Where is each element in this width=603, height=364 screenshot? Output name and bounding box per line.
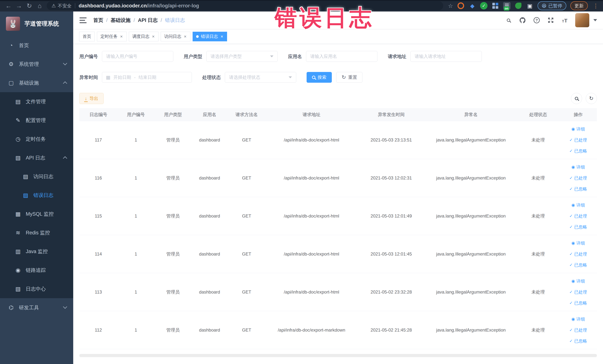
mark-processed-link[interactable]: ✓已处理 — [569, 289, 587, 295]
extension-shield-icon[interactable]: ◆ — [469, 2, 476, 10]
tab-error-log[interactable]: 错误日志 × — [193, 32, 227, 41]
sidebar-item-api-log[interactable]: ▧ API 日志 — [0, 148, 73, 167]
request-url-input[interactable] — [410, 51, 482, 62]
detail-link[interactable]: ◉详细 — [571, 126, 585, 132]
mark-ignored-link[interactable]: ✓已忽略 — [569, 262, 587, 268]
svg-text:T: T — [562, 19, 564, 23]
user-type-select[interactable]: 请选择用户类型 — [206, 51, 278, 62]
tab-close-icon[interactable]: × — [152, 34, 155, 39]
extension-grid-icon[interactable] — [492, 2, 499, 10]
extension-on-icon[interactable]: on — [503, 2, 510, 10]
mark-ignored-link[interactable]: ✓已忽略 — [569, 300, 587, 306]
mark-ignored-link[interactable]: ✓已忽略 — [569, 338, 587, 344]
extension-leaf-icon[interactable] — [515, 2, 522, 10]
sidebar-toggle-icon[interactable] — [79, 16, 87, 24]
page-content: 用户编号 用户类型 请选择用户类型 应用名 — [73, 44, 603, 364]
sidebar-item-home[interactable]: ◔ 首页 — [0, 36, 73, 55]
sidebar-item-access-log[interactable]: ▨ 访问日志 — [0, 167, 73, 186]
detail-link[interactable]: ◉详细 — [571, 316, 585, 322]
tab-access-log[interactable]: 访问日志 × — [161, 32, 190, 41]
font-size-icon[interactable]: TT — [561, 16, 568, 24]
header-actions: 操作 — [559, 112, 597, 117]
sidebar-item-infrastructure[interactable]: ▢ 基础设施 — [0, 73, 73, 92]
check-icon: ✓ — [569, 339, 573, 343]
refresh-table-button[interactable]: ↻ — [586, 93, 597, 104]
mark-processed-link[interactable]: ✓已处理 — [569, 327, 587, 333]
help-icon[interactable]: ? — [533, 16, 540, 24]
cell-actions: ◉详细 ✓已处理 ✓已忽略 — [559, 240, 597, 268]
sidebar-item-dev-tools[interactable]: ⌬ 研发工具 — [0, 298, 73, 317]
mark-ignored-link[interactable]: ✓已忽略 — [569, 224, 587, 230]
github-icon[interactable] — [519, 16, 526, 24]
search-button[interactable]: 搜索 — [307, 72, 332, 83]
extensions-puzzle-icon[interactable]: ▣ — [526, 2, 533, 10]
sidebar-item-java-monitor[interactable]: ▥ Java 监控 — [0, 242, 73, 261]
browser-back-icon[interactable]: ← — [3, 0, 14, 11]
detail-link[interactable]: ◉详细 — [571, 202, 585, 208]
app-logo-row[interactable]: 🐰 芋道管理系统 — [0, 12, 73, 36]
file-icon: ▤ — [14, 98, 22, 105]
breadcrumb-infrastructure[interactable]: 基础设施 — [111, 17, 131, 23]
avatar-caret-down-icon[interactable] — [593, 19, 597, 21]
sidebar-item-mysql-monitor[interactable]: ▦ MySQL 监控 — [0, 205, 73, 223]
sidebar-item-redis-monitor[interactable]: ≋ Redis 监控 — [0, 223, 73, 242]
sidebar-item-system-management[interactable]: ⚙ 系统管理 — [0, 55, 73, 73]
sidebar-item-log-center[interactable]: ▧ 日志中心 — [0, 280, 73, 298]
address-bar[interactable]: ⚠ 不安全 dashboard.yudao.iocoder.cn /infra/… — [47, 1, 443, 10]
table-toolbar: ↓ 导出 ↻ — [79, 93, 597, 104]
breadcrumb-api-log[interactable]: API 日志 — [138, 17, 158, 23]
tab-close-icon[interactable]: × — [120, 34, 123, 39]
detail-link[interactable]: ◉详细 — [571, 278, 585, 284]
detail-link[interactable]: ◉详细 — [571, 240, 585, 246]
request-url-label: 请求地址 — [388, 53, 406, 59]
reset-button[interactable]: ↻ 重置 — [336, 72, 362, 83]
bookmark-star-icon[interactable]: ☆ — [448, 3, 453, 9]
sidebar-item-file-management[interactable]: ▤ 文件管理 — [0, 92, 73, 111]
fullscreen-icon[interactable] — [547, 16, 555, 24]
toggle-search-button[interactable] — [571, 93, 582, 104]
sidebar-item-scheduled-tasks[interactable]: ◷ 定时任务 — [0, 130, 73, 148]
horizontal-scrollbar[interactable] — [79, 354, 597, 357]
sidebar-item-config-management[interactable]: ✎ 配置管理 — [0, 111, 73, 130]
cell-app-name: dashboard — [191, 251, 228, 257]
update-button[interactable]: 更新 — [570, 1, 588, 10]
reset-button-label: 重置 — [348, 74, 357, 80]
detail-link[interactable]: ◉详细 — [571, 164, 585, 170]
mark-processed-link[interactable]: ✓已处理 — [569, 213, 587, 219]
browser-reload-icon[interactable]: ↻ — [24, 0, 35, 11]
mark-processed-link[interactable]: ✓已处理 — [569, 137, 587, 143]
user-id-input[interactable] — [102, 51, 173, 62]
svg-text:?: ? — [535, 18, 538, 22]
header-search-icon[interactable] — [505, 16, 512, 24]
cell-user-id: 1 — [117, 289, 154, 295]
export-button[interactable]: ↓ 导出 — [79, 93, 104, 104]
sidebar-item-trace[interactable]: ◉ 链路追踪 — [0, 261, 73, 280]
tab-schedule-log[interactable]: 调度日志 × — [129, 32, 159, 41]
tab-close-icon[interactable]: × — [184, 34, 187, 39]
app-name-input[interactable] — [306, 51, 377, 62]
exception-time-range-picker[interactable]: ▦ 开始日期 - 结束日期 — [102, 72, 192, 83]
sidebar-item-error-log[interactable]: ▨ 错误日志 — [0, 186, 73, 205]
extension-orange-icon[interactable] — [457, 2, 464, 10]
breadcrumb-separator: / — [161, 17, 162, 23]
breadcrumb-home[interactable]: 首页 — [93, 17, 103, 23]
cell-actions: ◉详细 ✓已处理 ✓已忽略 — [559, 202, 597, 230]
cell-exception-time: 2021-05-02 23:32:28 — [357, 289, 425, 295]
cell-process-status: 未处理 — [517, 289, 559, 295]
mark-processed-link[interactable]: ✓已处理 — [569, 251, 587, 257]
user-avatar[interactable] — [575, 13, 589, 27]
app-shell: 🐰 芋道管理系统 ◔ 首页 ⚙ 系统管理 ▢ 基础设施 — [0, 12, 603, 364]
tab-close-icon[interactable]: × — [220, 34, 223, 39]
browser-forward-icon[interactable]: → — [14, 0, 24, 11]
refresh-icon: ↻ — [589, 96, 593, 101]
paused-badge[interactable]: 😆 已暂停 — [538, 1, 566, 10]
process-status-select[interactable]: 请选择处理状态 — [225, 72, 296, 83]
browser-home-icon[interactable]: ⌂ — [35, 0, 45, 11]
tab-home[interactable]: 首页 — [79, 32, 95, 41]
mark-processed-link[interactable]: ✓已处理 — [569, 175, 587, 181]
extension-green-check-icon[interactable]: ✓ — [480, 2, 487, 10]
mark-ignored-link[interactable]: ✓已忽略 — [569, 148, 587, 154]
browser-menu-icon[interactable]: ⋮ — [592, 3, 600, 9]
mark-ignored-link[interactable]: ✓已忽略 — [569, 186, 587, 192]
tab-scheduled-tasks[interactable]: 定时任务 × — [97, 32, 127, 41]
